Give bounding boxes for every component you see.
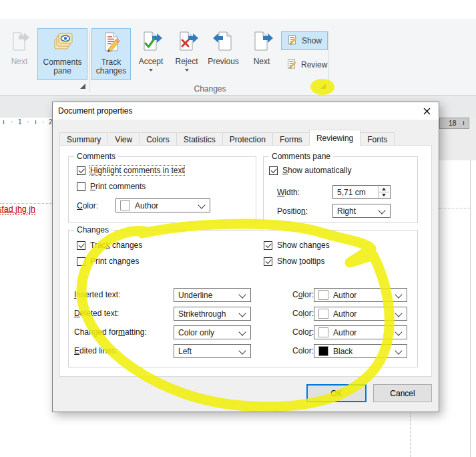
button-label: Previous (208, 57, 239, 66)
combo-value: Strikethrough (178, 309, 226, 319)
checkbox-label: Track changes (90, 241, 142, 250)
ruler-mark: · (11, 118, 13, 126)
ruler-mark: · (27, 118, 29, 126)
dialog-titlebar[interactable]: Document properties (53, 102, 439, 120)
tab-colors[interactable]: Colors (139, 132, 177, 146)
print-comments-checkbox[interactable]: Print comments (77, 181, 146, 192)
button-label: Reject (175, 57, 198, 66)
inserted-color-select[interactable]: Author (314, 288, 407, 302)
width-label: Width: (277, 188, 300, 197)
reject-change-button[interactable]: Reject (171, 28, 202, 80)
spin-down-button[interactable] (379, 192, 389, 198)
tab-reviewing[interactable]: Reviewing (309, 130, 361, 146)
checkbox-label: Show tooltips (277, 257, 324, 266)
previous-change-button[interactable]: Previous (204, 28, 242, 80)
group-legend: Comments pane (269, 152, 333, 161)
accept-change-button[interactable]: Accept (134, 28, 168, 80)
close-button[interactable] (420, 105, 433, 117)
horizontal-ruler[interactable]: ı · 1 · ı · 2 (0, 118, 52, 130)
button-label: Show (302, 36, 322, 45)
deleted-color-select[interactable]: Author (314, 307, 407, 321)
dropdown-caret-icon[interactable] (149, 69, 153, 71)
color-swatch (318, 346, 328, 356)
document-page-left[interactable] (0, 129, 52, 457)
checkbox-label: Print changes (90, 257, 139, 266)
changes-group-label: Changes (91, 84, 328, 94)
accept-check-icon (140, 30, 162, 55)
checkbox-box (264, 257, 272, 266)
comments-group-launcher-icon[interactable] (80, 84, 85, 89)
tab-forms[interactable]: Forms (272, 132, 310, 146)
edited-lines-color-select[interactable]: Black (314, 344, 407, 358)
chevron-down-icon (395, 309, 402, 317)
position-select[interactable]: Right (332, 204, 391, 218)
show-changes-button[interactable]: Show (281, 31, 328, 50)
chevron-down-icon (238, 291, 246, 298)
checkbox-label: Highlight comments in text (90, 166, 184, 175)
button-label: Review (301, 60, 327, 69)
deleted-text-select[interactable]: Strikethrough (174, 307, 251, 321)
show-tooltips-checkbox[interactable]: Show tooltips (264, 256, 324, 267)
changes-group: Changes Track changes Print changes Show… (68, 230, 418, 367)
changes-group-launcher-icon[interactable] (320, 84, 326, 89)
reviewing-tab-page: Comments Highlight comments in text Prin… (59, 145, 432, 377)
show-changes-checkbox[interactable]: Show changes (264, 240, 330, 251)
ok-button[interactable]: OK (306, 384, 367, 402)
comments-pane-group: Comments pane Show automatically Width: … (263, 156, 418, 223)
button-label: Accept (139, 57, 164, 66)
spinner-buttons (378, 186, 389, 198)
reject-x-icon (176, 30, 198, 55)
dropdown-caret-icon[interactable] (185, 69, 189, 71)
show-automatically-checkbox[interactable]: Show automatically (269, 165, 351, 176)
tab-protection[interactable]: Protection (222, 132, 273, 146)
next-comment-button[interactable]: Next (4, 28, 35, 80)
changed-formatting-color-select[interactable]: Author (314, 325, 407, 339)
triangle-up-icon (382, 188, 386, 190)
document-pencil-small-icon (287, 35, 298, 47)
ruler-mark: · (42, 118, 44, 126)
checkbox-label: Show changes (277, 241, 330, 250)
chevron-down-icon (395, 328, 402, 335)
dialog-tab-strip: Summary View Colors Statistics Protectio… (59, 132, 394, 146)
tab-summary[interactable]: Summary (59, 132, 108, 146)
horizontal-ruler-right[interactable]: 18 ı (439, 118, 469, 129)
spin-up-button[interactable] (379, 186, 389, 192)
ruler-mark: 1 (18, 118, 22, 126)
comments-color-select[interactable]: Author (115, 198, 210, 212)
checkbox-label: Print comments (90, 182, 146, 191)
page-edge-line (470, 160, 471, 457)
color-swatch (120, 200, 130, 210)
cancel-button[interactable]: Cancel (373, 384, 432, 402)
dialog-title: Document properties (58, 102, 132, 120)
chevron-down-icon (198, 201, 205, 208)
changed-formatting-select[interactable]: Color only (174, 325, 251, 339)
combo-value: Color only (178, 328, 214, 337)
text-margin-dotted-line (0, 203, 52, 204)
chevron-down-icon (238, 309, 246, 317)
track-changes-checkbox[interactable]: Track changes (77, 240, 142, 251)
track-changes-button[interactable]: Track changes (91, 28, 131, 80)
tab-view[interactable]: View (107, 132, 140, 146)
color-swatch (318, 309, 328, 319)
combo-value: Author (135, 201, 158, 210)
tab-fonts[interactable]: Fonts (360, 132, 395, 146)
tab-statistics[interactable]: Statistics (176, 132, 223, 146)
checkbox-box (77, 241, 85, 250)
print-changes-checkbox[interactable]: Print changes (77, 256, 139, 267)
highlight-comments-checkbox[interactable]: Highlight comments in text (77, 165, 184, 176)
spinner-value: 5,71 cm (337, 188, 366, 197)
review-button[interactable]: Review (281, 55, 332, 74)
button-label-2: pane (53, 67, 71, 75)
edited-lines-select[interactable]: Left (174, 344, 251, 358)
chevron-down-icon (395, 347, 402, 354)
next-change-button[interactable]: Next (245, 28, 278, 80)
comments-pane-button[interactable]: Comments pane (37, 28, 87, 80)
document-arrow-right-icon (250, 30, 273, 55)
changed-formatting-label: Changed formatting: (74, 327, 147, 337)
color-swatch (318, 327, 328, 337)
combo-value: Author (333, 328, 356, 337)
width-spinner[interactable]: 5,71 cm (332, 185, 391, 199)
text-margin-dotted-line (439, 208, 470, 208)
inserted-text-select[interactable]: Underline (174, 288, 251, 302)
ruler-mark: ı (35, 118, 37, 126)
